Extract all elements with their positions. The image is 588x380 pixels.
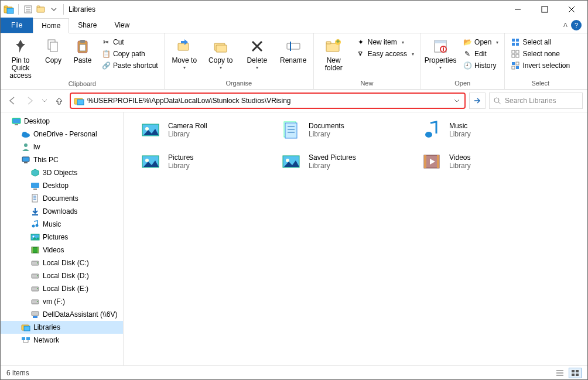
library-item-videos[interactable]: VideosLibrary [420, 150, 537, 173]
help-icon[interactable]: ? [571, 20, 582, 30]
recent-locations-button[interactable] [40, 94, 49, 108]
tree-item-onedrive-personal[interactable]: OneDrive - Personal [1, 128, 123, 141]
easy-access-icon: ⛛ [356, 49, 365, 59]
tree-item-network[interactable]: Network [1, 334, 123, 347]
tree-item-delldataassistant-6v-[interactable]: DellDataAssistant (\\6V) [1, 308, 123, 321]
select-all-button[interactable]: Select all [508, 37, 572, 47]
svg-line-48 [498, 102, 501, 104]
group-select: Select all Select none Invert selection … [505, 33, 576, 89]
file-menu[interactable]: File [1, 18, 33, 33]
properties-icon [431, 37, 450, 56]
tab-home[interactable]: Home [33, 18, 69, 33]
delete-button[interactable]: Delete ▾ [241, 35, 274, 71]
tab-view[interactable]: View [105, 18, 138, 33]
tree-item-local-disk-e-[interactable]: Local Disk (E:) [1, 282, 123, 295]
up-button[interactable] [52, 94, 66, 108]
svg-rect-2 [7, 8, 13, 13]
invert-selection-button[interactable]: Invert selection [508, 60, 572, 71]
tree-item-label: Desktop [24, 117, 50, 125]
details-view-button[interactable] [553, 368, 566, 378]
svg-rect-30 [435, 40, 446, 43]
svg-rect-68 [32, 247, 33, 253]
address-dropdown-icon[interactable] [452, 98, 462, 104]
tree-item-pictures[interactable]: Pictures [1, 231, 123, 244]
content-pane[interactable]: Camera RollLibraryDocumentsLibraryMusicL… [124, 112, 587, 365]
move-to-button[interactable]: Move to ▾ [168, 35, 201, 71]
select-none-button[interactable]: Select none [508, 49, 572, 59]
tree-item-vm-f-[interactable]: vm (F:) [1, 295, 123, 308]
library-item-name: Saved Pictures [309, 153, 356, 162]
tree-item-libraries[interactable]: Libraries [1, 321, 123, 334]
pin-to-quickaccess-button[interactable]: Pin to Quick access [4, 35, 37, 80]
history-button[interactable]: 🕘History [460, 60, 501, 71]
svg-rect-56 [31, 183, 39, 188]
library-item-documents[interactable]: DocumentsLibrary [279, 118, 396, 142]
svg-rect-34 [516, 39, 519, 42]
ribbon-collapse-icon[interactable]: ᐱ [563, 22, 568, 28]
address-bar[interactable] [70, 93, 466, 109]
svg-rect-105 [572, 370, 575, 372]
svg-point-66 [33, 236, 35, 238]
library-item-pictures[interactable]: PicturesLibrary [139, 150, 256, 173]
qat-dropdown-icon[interactable] [48, 4, 60, 15]
chevron-down-icon: ▾ [256, 66, 258, 71]
new-item-button[interactable]: ✦New item▾ [354, 37, 416, 47]
nav-tree[interactable]: DesktopOneDrive - PersonallwThis PC3D Ob… [1, 112, 124, 365]
user-icon [20, 142, 31, 152]
largeicons-view-button[interactable] [569, 368, 582, 378]
tree-item-desktop[interactable]: Desktop [1, 115, 123, 128]
open-button[interactable]: 📂Open▾ [460, 37, 501, 47]
delete-icon [248, 37, 266, 56]
chevron-down-icon: ▾ [439, 66, 442, 71]
paste-icon [73, 37, 92, 56]
tree-item-music[interactable]: Music [1, 218, 123, 231]
library-item-saved-pictures[interactable]: Saved PicturesLibrary [279, 150, 396, 173]
tree-item-local-disk-d-[interactable]: Local Disk (D:) [1, 269, 123, 282]
maximize-button[interactable] [531, 1, 558, 18]
library-item-music[interactable]: MusicLibrary [420, 118, 537, 142]
3d-icon [30, 168, 40, 177]
libraries-addr-icon [73, 95, 85, 107]
minimize-button[interactable] [504, 1, 531, 18]
forward-button[interactable] [23, 94, 37, 108]
copy-to-button[interactable]: Copy to ▾ [204, 35, 237, 71]
address-input[interactable] [85, 94, 452, 108]
qat-properties-icon[interactable] [22, 4, 34, 15]
library-item-camera-roll[interactable]: Camera RollLibrary [139, 118, 256, 142]
tree-item-3d-objects[interactable]: 3D Objects [1, 166, 123, 179]
go-button[interactable] [469, 93, 486, 109]
tree-item-label: This PC [33, 156, 59, 164]
nav-bar: Search Libraries [1, 90, 587, 112]
close-button[interactable] [558, 1, 585, 18]
paste-button[interactable]: Paste [70, 35, 95, 64]
tree-item-this-pc[interactable]: This PC [1, 153, 123, 166]
status-bar: 6 items [1, 365, 587, 379]
tree-item-videos[interactable]: Videos [1, 244, 123, 256]
tab-share[interactable]: Share [69, 18, 105, 33]
tree-item-desktop[interactable]: Desktop [1, 179, 123, 192]
paste-shortcut-button[interactable]: 🔗Paste shortcut [99, 60, 160, 71]
rename-button[interactable]: Rename [277, 35, 310, 64]
tree-item-downloads[interactable]: Downloads [1, 205, 123, 218]
qat-newfolder-icon[interactable] [35, 4, 47, 15]
copy-button[interactable]: Copy [40, 35, 66, 64]
properties-button[interactable]: Properties ▾ [424, 35, 457, 71]
tree-item-local-disk-c-[interactable]: Local Disk (C:) [1, 256, 123, 269]
copy-path-button[interactable]: 📋Copy path [99, 49, 160, 59]
svg-point-75 [37, 288, 38, 289]
new-folder-button[interactable]: ✦ New folder [317, 35, 350, 72]
item-count: 6 items [6, 369, 29, 377]
svg-rect-90 [285, 123, 297, 138]
back-button[interactable] [5, 94, 19, 108]
edit-button[interactable]: ✎Edit [460, 49, 501, 59]
svg-rect-50 [15, 124, 18, 125]
easy-access-button[interactable]: ⛛Easy access▾ [354, 49, 416, 59]
tree-item-documents[interactable]: Documents [1, 192, 123, 205]
search-box[interactable]: Search Libraries [489, 93, 583, 109]
svg-point-77 [37, 301, 38, 302]
tree-item-lw[interactable]: lw [1, 141, 123, 153]
svg-rect-78 [32, 311, 39, 316]
explorer-icon [3, 4, 15, 15]
library-item-name: Videos [449, 153, 471, 162]
cut-button[interactable]: ✂Cut [99, 37, 160, 47]
